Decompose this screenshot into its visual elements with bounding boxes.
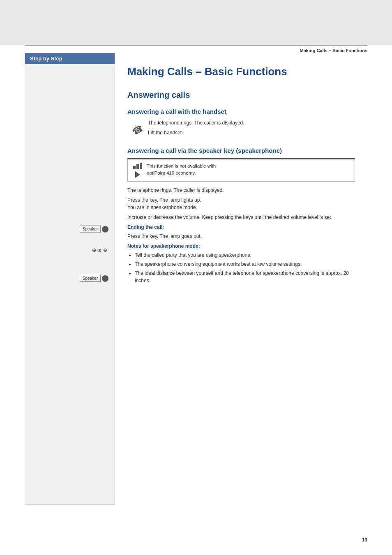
handset-subsection-title: Answering a call with the handset [127, 108, 355, 115]
handset-text-area: The telephone rings. The caller is displ… [148, 119, 355, 139]
bar-3 [140, 163, 142, 169]
speaker-button-2-area: Speaker [80, 275, 108, 282]
notes-label: Notes for speakerphone mode: [127, 243, 355, 249]
header-area: Making Calls – Basic Functions [25, 45, 367, 53]
note-text-line1: This function is not available with [147, 164, 216, 168]
press-speaker-row: Press the key. The lamp lights up. You a… [127, 196, 355, 211]
sidebar-label: Step by Step [30, 55, 62, 62]
page: Making Calls – Basic Functions Step by S… [0, 0, 392, 555]
bar-1 [133, 166, 136, 169]
note-text-line2: optiPoint 410 economy. [147, 170, 196, 175]
ending-action: Press the key. The lamp goes out. [127, 233, 355, 240]
handset-icon: ☎ [130, 123, 145, 138]
handset-section: ☎ The telephone rings. The caller is dis… [127, 119, 355, 139]
sidebar-header: Step by Step [25, 53, 115, 64]
handset-icon-area: ☎ [127, 119, 148, 136]
page-number: 13 [362, 537, 367, 543]
main-content: Making Calls – Basic Functions Answering… [115, 53, 367, 505]
handset-line1: The telephone rings. The caller is displ… [148, 119, 355, 127]
signal-bars [133, 163, 142, 170]
speaker-action1-line2: You are in speakerphone mode. [127, 205, 197, 210]
speaker-button-1-area: Speaker [80, 226, 108, 233]
speaker-action1-line1: Press the key. The lamp lights up. [127, 197, 201, 203]
speaker-key-dot-1 [102, 226, 108, 233]
note-item-3: The ideal distance between yourself and … [135, 269, 355, 284]
note-box: This function is not available with opti… [127, 158, 355, 182]
speakerphone-notes-list: Tell the called party that you are using… [127, 251, 355, 284]
speaker-key-box-2: Speaker [80, 275, 101, 282]
page-main-title: Making Calls – Basic Functions [127, 65, 355, 78]
volume-controls-area: ⊕ or ⊖ [92, 247, 107, 253]
bar-2 [136, 164, 139, 169]
volume-action-row: Increase or decrease the volume. Keep pr… [127, 214, 355, 221]
speaker-key-widget-2: Speaker [80, 275, 108, 282]
ending-label: Ending the call: [127, 224, 355, 230]
note-arrow-icon [135, 171, 140, 178]
speaker-key-box-1: Speaker [80, 226, 101, 233]
press-speaker-text: Press the key. The lamp lights up. You a… [127, 196, 355, 211]
answering-calls-section-title: Answering calls [127, 90, 355, 100]
content-area: Step by Step Speaker ⊕ or ⊖ Spe [25, 53, 367, 505]
speaker-line1: The telephone rings. The caller is displ… [127, 187, 355, 194]
sidebar: Step by Step Speaker ⊕ or ⊖ Spe [25, 53, 115, 505]
note-item-1: Tell the called party that you are using… [135, 251, 355, 259]
speaker-key-dot-2 [102, 275, 108, 282]
top-area [0, 0, 392, 45]
sidebar-content: Speaker ⊕ or ⊖ Speaker [25, 64, 115, 434]
handset-line2: Lift the handset. [148, 129, 355, 136]
note-item-2: The speakerphone conversing equipment wo… [135, 260, 355, 268]
speaker-subsection-title: Answering a call via the speaker key (sp… [127, 147, 355, 154]
speaker-key-widget-1: Speaker [80, 226, 108, 233]
volume-action-text: Increase or decrease the volume. Keep pr… [127, 214, 355, 221]
volume-widget: ⊕ or ⊖ [92, 247, 107, 253]
header-title: Making Calls – Basic Functions [25, 48, 367, 53]
signal-bars-icon [133, 163, 143, 178]
note-box-text: This function is not available with opti… [147, 163, 216, 177]
